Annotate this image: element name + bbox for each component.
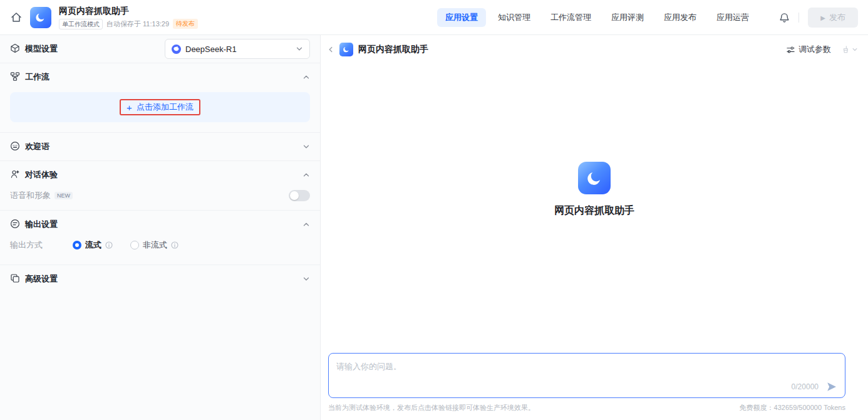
output-section-header[interactable]: 输出设置 (0, 211, 320, 238)
persona-icon (10, 169, 20, 181)
radio-off-icon (130, 241, 139, 249)
status-badge: 待发布 (173, 19, 198, 29)
app-logo-icon-large (578, 162, 611, 194)
section-advanced: 高级设置 (0, 265, 320, 293)
chat-empty-state: 网页内容抓取助手 (321, 26, 868, 353)
radio-streaming[interactable]: 流式 (73, 239, 113, 251)
tab-app-settings[interactable]: 应用设置 (437, 8, 486, 27)
advanced-section-header[interactable]: 高级设置 (0, 265, 320, 293)
chat-app-name: 网页内容抓取助手 (554, 204, 634, 218)
char-count: 0/20000 (792, 382, 819, 391)
chevron-up-icon (302, 171, 310, 179)
workflow-icon (10, 71, 20, 83)
settings-sidebar: 模型设置 DeepSeek-R1 (0, 35, 321, 420)
add-workflow-button[interactable]: + 点击添加工作流 (127, 102, 194, 113)
chevron-up-icon (302, 73, 310, 81)
section-welcome: 欢迎语 (0, 132, 320, 160)
voice-avatar-toggle[interactable] (289, 190, 310, 201)
plus-icon: + (127, 102, 132, 113)
voice-avatar-label: 语音和形象 (10, 190, 51, 201)
mode-badge: 单工作流模式 (59, 19, 103, 29)
model-icon (10, 43, 20, 55)
radio-on-icon (73, 241, 81, 249)
advanced-icon (10, 273, 20, 285)
chat-input-box: 0/20000 (328, 353, 845, 398)
deepseek-icon (172, 45, 181, 54)
model-select-value: DeepSeek-R1 (185, 45, 237, 54)
header-divider (798, 13, 799, 23)
radio-non-streaming[interactable]: 非流式 (130, 239, 178, 251)
tab-knowledge[interactable]: 知识管理 (490, 8, 539, 27)
chat-experience-section-header[interactable]: 对话体验 (0, 161, 320, 189)
env-note: 当前为测试体验环境，发布后点击体验链接即可体验生产环境效果。 (328, 403, 535, 412)
annotation-highlight: + 点击添加工作流 (120, 99, 200, 115)
new-badge: NEW (54, 192, 73, 199)
play-icon: ▶ (820, 14, 825, 21)
info-icon[interactable] (105, 241, 113, 249)
tab-evaluation[interactable]: 应用评测 (603, 8, 652, 27)
section-chat-experience: 对话体验 语音和形象 NEW (0, 160, 320, 210)
welcome-section-header[interactable]: 欢迎语 (0, 133, 320, 160)
workflow-section-header[interactable]: 工作流 (0, 63, 320, 91)
top-header: 网页内容抓取助手 单工作流模式 自动保存于 11:13:29 待发布 应用设置 … (0, 0, 868, 35)
output-mode-label: 输出方式 (10, 239, 43, 251)
section-model: 模型设置 DeepSeek-R1 (0, 35, 320, 63)
section-output: 输出设置 输出方式 流式 (0, 210, 320, 265)
app-logo-icon (30, 7, 51, 28)
notification-bell-icon[interactable] (779, 13, 790, 23)
chevron-down-icon (302, 275, 310, 283)
app-title: 网页内容抓取助手 (59, 6, 198, 17)
chat-input[interactable] (329, 354, 845, 382)
home-icon[interactable] (10, 11, 23, 24)
publish-button[interactable]: ▶ 发布 (808, 8, 858, 28)
chevron-up-icon (302, 221, 310, 228)
info-icon[interactable] (171, 241, 178, 249)
welcome-icon (10, 141, 20, 153)
chat-input-area: 0/20000 (321, 353, 868, 398)
workflow-add-area: + 点击添加工作流 (10, 92, 310, 122)
model-section-header: 模型设置 DeepSeek-R1 (0, 35, 320, 63)
chevron-down-icon (296, 45, 303, 53)
chevron-down-icon (302, 143, 310, 150)
quota-text: 免费额度：432659/500000 Tokens (740, 403, 845, 412)
output-icon (10, 219, 20, 231)
preview-panel: 网页内容抓取助手 调试参数 (321, 35, 868, 420)
send-icon[interactable] (826, 381, 837, 392)
preview-footer: 当前为测试体验环境，发布后点击体验链接即可体验生产环境效果。 免费额度：4326… (321, 398, 868, 420)
tab-workflow-mgmt[interactable]: 工作流管理 (542, 8, 599, 27)
tab-operation[interactable]: 应用运营 (708, 8, 757, 27)
model-select[interactable]: DeepSeek-R1 (165, 39, 310, 59)
section-workflow: 工作流 + 点击添加工作流 (0, 63, 320, 122)
tab-release[interactable]: 应用发布 (656, 8, 705, 27)
main-tabs: 应用设置 知识管理 工作流管理 应用评测 应用发布 应用运营 (437, 0, 757, 35)
autosave-text: 自动保存于 11:13:29 (106, 19, 169, 29)
